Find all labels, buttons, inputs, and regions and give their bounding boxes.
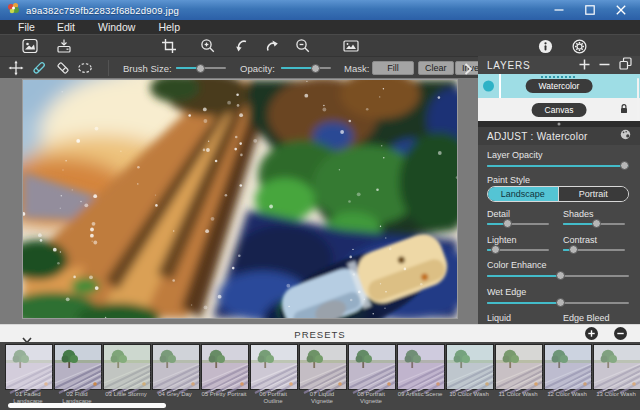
detail-label: Detail: [487, 209, 510, 219]
info-button[interactable]: [537, 38, 553, 54]
move-tool-button[interactable]: [8, 60, 24, 76]
layers-header: LAYERS: [478, 56, 640, 74]
lighten-slider[interactable]: [487, 245, 549, 254]
preset-label: 11 Color Wash: [495, 391, 541, 398]
preset-label: 03 Little Stormy: [103, 391, 149, 398]
preset-thumbnail: [446, 344, 494, 390]
duplicate-layer-button[interactable]: [619, 56, 632, 74]
preset-item[interactable]: 02 Fluid Landscape: [54, 344, 100, 405]
contrast-slider[interactable]: [563, 245, 625, 254]
preset-thumbnail: [103, 344, 151, 390]
preset-label: 10 Color Wash: [446, 391, 492, 398]
preset-strip-scrollbar[interactable]: [8, 403, 166, 408]
edge-bleed-label: Edge Bleed: [563, 313, 610, 323]
opacity-slider[interactable]: [281, 64, 331, 73]
layer-row-watercolor[interactable]: Watercolor: [478, 74, 640, 98]
eraser-tool-button[interactable]: [55, 60, 71, 76]
zoom-out-button[interactable]: [295, 38, 311, 54]
color-enhance-slider[interactable]: [487, 271, 629, 280]
mask-clear-button[interactable]: Clear: [418, 61, 454, 75]
add-layer-button[interactable]: [579, 56, 590, 74]
add-preset-button[interactable]: [585, 327, 598, 340]
preset-label: 05 Pretty Portrait: [201, 391, 247, 398]
preset-thumbnail: [152, 344, 200, 390]
menu-item-edit[interactable]: Edit: [57, 21, 75, 33]
preset-thumbnail: [5, 344, 53, 390]
undo-button[interactable]: [234, 38, 250, 54]
preset-label: 04 Grey Day: [152, 391, 198, 398]
compare-view-button[interactable]: [343, 38, 359, 54]
maximize-button[interactable]: [584, 4, 596, 16]
mask-label: Mask:: [344, 63, 369, 74]
preset-item[interactable]: 08 Portrait Vignette: [348, 344, 394, 405]
layer-visibility-circle[interactable]: [483, 81, 494, 92]
layer-name-pill[interactable]: Canvas: [532, 103, 587, 117]
preset-thumbnail: [201, 344, 249, 390]
layer-drag-handle[interactable]: [541, 76, 577, 78]
adjust-header: ADJUST : Watercolor: [478, 127, 640, 145]
menu-item-file[interactable]: File: [18, 21, 35, 33]
preset-item[interactable]: 10 Color Wash: [446, 344, 492, 405]
redo-button[interactable]: [264, 38, 280, 54]
save-button[interactable]: [56, 38, 72, 54]
zoom-in-button[interactable]: [200, 38, 216, 54]
paint-style-label: Paint Style: [487, 175, 530, 185]
preset-item[interactable]: 05 Pretty Portrait: [201, 344, 247, 405]
preset-thumbnail: [397, 344, 445, 390]
detail-slider[interactable]: [487, 219, 549, 228]
preset-item[interactable]: 07 Liquid Vignette: [299, 344, 345, 405]
app-icon: [7, 1, 20, 19]
preset-item[interactable]: 04 Grey Day: [152, 344, 198, 405]
paint-style-landscape-tab[interactable]: Landscape: [488, 187, 558, 201]
layer-opacity-slider[interactable]: [487, 161, 629, 170]
title-bar: a9a382c759fb22832f68b2d909.jpg: [0, 0, 640, 20]
divider: [499, 74, 501, 98]
wet-edge-slider[interactable]: [487, 298, 629, 307]
remove-layer-button[interactable]: [599, 56, 610, 74]
menu-item-help[interactable]: Help: [158, 21, 180, 33]
lock-icon: [618, 101, 630, 119]
preset-item[interactable]: 12 Color Wash: [544, 344, 590, 405]
panel-scrollbar[interactable]: [637, 78, 639, 120]
top-toolbar: [0, 34, 640, 56]
right-panel: LAYERS Watercolor: [478, 56, 640, 324]
opacity-label: Opacity:: [240, 63, 275, 74]
preset-thumbnail: [593, 344, 640, 390]
preset-item[interactable]: 03 Little Stormy: [103, 344, 149, 405]
preset-item[interactable]: 11 Color Wash: [495, 344, 541, 405]
preset-label: 13 Color Wash: [593, 391, 639, 398]
lasso-tool-button[interactable]: [77, 60, 93, 76]
preset-item[interactable]: 13 Color Wash: [593, 344, 639, 405]
layer-name-pill[interactable]: Watercolor: [526, 79, 593, 93]
preset-thumbnail: [348, 344, 396, 390]
canvas-image[interactable]: [22, 79, 458, 319]
preset-item[interactable]: 01 Faded Landscape: [5, 344, 51, 405]
layers-title: LAYERS: [487, 60, 531, 71]
preset-thumbnail: [299, 344, 347, 390]
layer-row-canvas[interactable]: Canvas: [478, 98, 640, 121]
presets-title: PRESETS: [0, 329, 640, 340]
mask-fill-button[interactable]: Fill: [372, 61, 414, 75]
app-window: a9a382c759fb22832f68b2d909.jpg File Edit…: [0, 0, 640, 410]
liquid-label: Liquid: [487, 313, 511, 323]
preset-thumbnail: [495, 344, 543, 390]
menu-item-window[interactable]: Window: [98, 21, 135, 33]
preset-item[interactable]: 06 Portrait Outline: [250, 344, 296, 405]
divider: [108, 60, 109, 76]
palette-icon[interactable]: [619, 127, 632, 145]
remove-preset-button[interactable]: [614, 327, 627, 340]
brush-size-slider[interactable]: [176, 64, 226, 73]
open-image-button[interactable]: [22, 38, 38, 54]
contrast-label: Contrast: [563, 235, 597, 245]
shades-slider[interactable]: [563, 219, 625, 228]
lighten-label: Lighten: [487, 235, 517, 245]
minimize-button[interactable]: [553, 4, 565, 16]
paint-style-portrait-tab[interactable]: Portrait: [558, 187, 629, 201]
chevron-right-icon[interactable]: [464, 61, 473, 79]
settings-gear-button[interactable]: [571, 38, 587, 54]
brush-tool-button[interactable]: [31, 60, 47, 76]
close-button[interactable]: [615, 4, 627, 16]
crop-button[interactable]: [161, 38, 177, 54]
brush-size-label: Brush Size:: [123, 63, 172, 74]
preset-item[interactable]: 09 Artistic Scene: [397, 344, 443, 405]
